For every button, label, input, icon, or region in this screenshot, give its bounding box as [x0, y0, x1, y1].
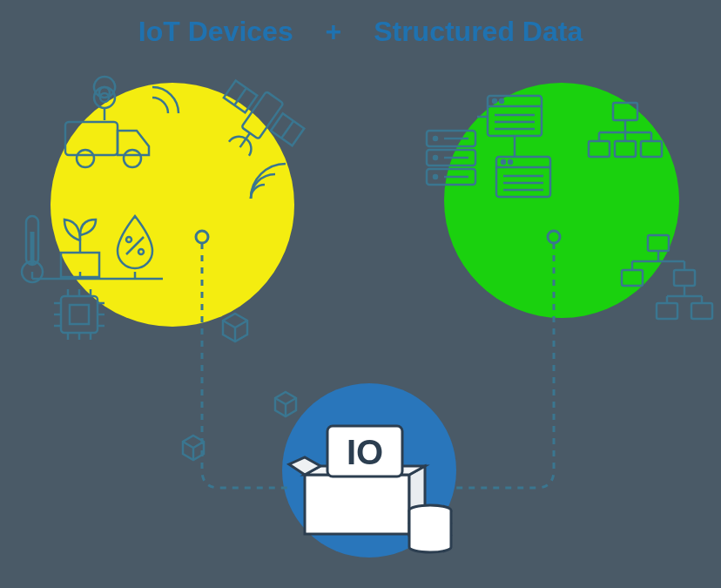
svg-rect-78	[657, 303, 677, 319]
heading-iot: IoT Devices	[138, 16, 293, 47]
cube-small-center-icon	[275, 392, 296, 416]
cube-small-left-icon	[183, 436, 204, 460]
svg-point-35	[434, 137, 437, 140]
svg-point-37	[434, 175, 437, 179]
diagram-heading: IoT Devices + Structured Data	[0, 16, 721, 48]
heading-structured: Structured Data	[374, 16, 583, 47]
svg-line-9	[281, 121, 293, 139]
thermometer-icon	[22, 216, 43, 282]
svg-rect-18	[61, 296, 98, 333]
svg-point-36	[434, 156, 437, 159]
iot-circle	[51, 83, 294, 327]
hub-circle	[282, 383, 456, 558]
cube-icon	[223, 314, 247, 341]
svg-rect-19	[70, 305, 89, 324]
svg-rect-79	[691, 303, 712, 319]
svg-rect-11	[26, 216, 38, 265]
heading-plus: +	[326, 16, 342, 47]
svg-rect-73	[674, 270, 695, 286]
svg-point-12	[22, 261, 43, 282]
structured-data-circle	[444, 83, 679, 318]
